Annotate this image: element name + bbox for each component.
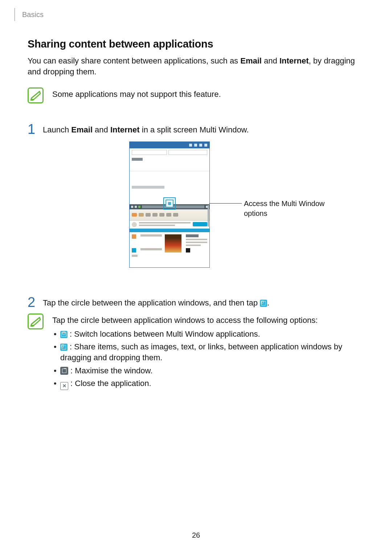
thumb [173,213,178,217]
share-icon [60,344,68,351]
header-rule [15,8,17,21]
thumb [146,213,151,217]
bold-internet: Internet [110,125,140,134]
nav-fwd-icon [135,206,137,208]
figure: Access the Multi Window options [28,141,364,279]
step-2-text: Tap the circle between the application w… [43,297,364,308]
page-title: Sharing content between applications [28,37,364,51]
site-logo [132,222,137,227]
toolbar-icon [199,144,202,147]
intro-text: You can easily share content between app… [28,56,240,65]
text: Launch [43,125,71,134]
note-icon [28,87,44,103]
note-text: Some applications may not support this f… [52,87,364,100]
search-field [168,150,207,155]
option-close: : Close the application. [52,378,364,390]
multiwindow-handle-icon [166,200,173,208]
intro-text: and [262,56,279,65]
email-app-pane [130,142,209,204]
option-text: : Maximise the window. [68,366,152,375]
bold-email: Email [71,125,93,134]
callout-label: Access the Multi Window options [244,199,338,218]
option-text: : Close the application. [68,379,151,388]
option-share: : Share items, such as images, text, or … [52,341,364,363]
switch-windows-icon [60,331,68,338]
refresh-icon [138,206,140,208]
news-list [130,232,209,259]
option-maximise: : Maximise the window. [52,365,364,376]
option-text: : Share items, such as images, text, or … [60,342,342,362]
article-photo [165,234,181,253]
section-label: Basics [22,10,44,20]
step-1-text: Launch Email and Internet in a split scr… [43,124,364,135]
device-screenshot [129,141,210,268]
options-list: : Switch locations between Multi Window … [52,329,364,390]
step-2: 2 Tap the circle between the application… [28,294,364,308]
breadcrumb: Basics [15,8,44,21]
inbox-label [132,158,143,161]
maximise-icon [60,367,68,375]
list-text [140,248,162,250]
email-search-row [130,148,209,156]
date-bar [130,229,209,232]
text: Tap the circle between the application w… [43,298,260,307]
bullet-icon [132,234,136,239]
thumb [132,213,137,217]
list-text [132,255,138,257]
note-icon [28,313,44,329]
option-text: : Switch locations between Multi Window … [68,329,260,338]
scrollbar [208,205,209,227]
nav-back-icon [131,206,133,208]
list-text [140,234,162,237]
page-number: 26 [0,530,392,540]
cta-button [193,222,207,226]
email-title-bar [130,142,209,148]
option-switch: : Switch locations between Multi Window … [52,329,364,340]
thumb [139,213,144,217]
hero-row [130,221,209,227]
thumb [152,213,158,217]
close-icon [60,382,68,390]
note2-lead: Tap the circle between application windo… [52,315,364,326]
search-field [132,150,167,155]
toolbar-icon [194,144,197,147]
toolbar-icon [189,144,192,147]
bullet-icon [186,248,190,253]
intro-bold-internet: Internet [279,56,309,65]
text: in a split screen Multi Window. [140,125,249,134]
share-icon [260,300,267,307]
intro-paragraph: You can easily share content between app… [28,56,364,77]
divider [130,171,209,171]
callout-line [209,203,242,204]
step-number: 1 [28,122,38,136]
article-text [186,234,207,246]
text: . [267,298,269,307]
empty-text [132,186,164,189]
text: and [93,125,110,134]
thumb [166,213,171,217]
hero-text [139,222,191,227]
internet-app-pane [130,204,209,267]
intro-bold-email: Email [240,56,262,65]
toolbar-icon [204,144,207,147]
bookmark-strip [130,209,209,221]
step-1: 1 Launch Email and Internet in a split s… [28,121,364,135]
thumb [159,213,164,217]
bullet-icon [132,248,136,253]
step-number: 2 [28,295,38,309]
